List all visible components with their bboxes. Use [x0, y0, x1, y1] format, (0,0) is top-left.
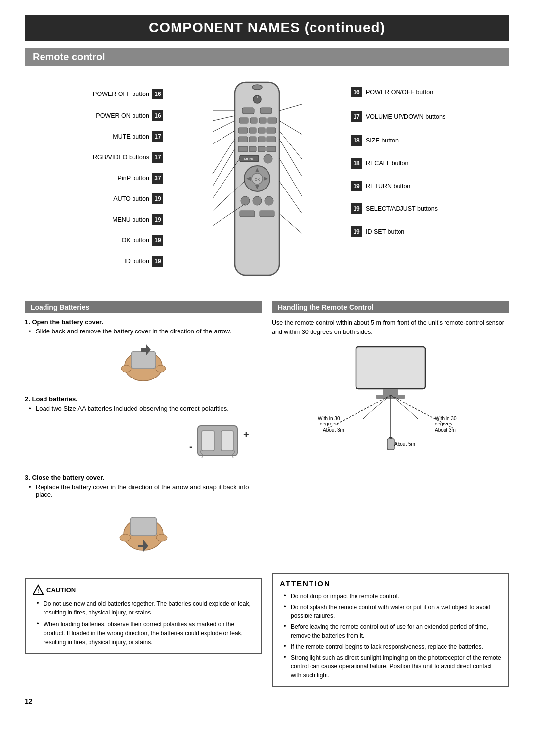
attention-bullet-1: • Do not splash the remote control with … [280, 603, 501, 620]
attention-box: ATTENTION • Do not drop or impact the re… [272, 573, 509, 687]
label-rgb-text: RGB/VIDEO buttons [93, 154, 149, 161]
label-mute: MUTE button 17 [25, 131, 163, 142]
label-auto-text: AUTO button [113, 195, 149, 202]
svg-line-51 [279, 181, 302, 213]
step2-diagram: + - [25, 416, 262, 467]
att-bullet-3-text: If the remote control begins to lack res… [291, 642, 483, 651]
badge-select: 19 [351, 203, 362, 214]
label-menu-text: MENU button [112, 216, 149, 223]
caution-triangle-icon: ! [33, 584, 44, 595]
step2-bullet-text: Load two Size AA batteries included obse… [36, 405, 229, 412]
step1-svg [111, 339, 176, 388]
badge-id: 19 [152, 256, 163, 267]
remote-diagram: POWER OFF button 16 POWER ON button 16 M… [25, 75, 509, 287]
caution-box: ! CAUTION • Do not use new and old batte… [25, 578, 262, 654]
svg-rect-63 [130, 517, 157, 536]
svg-line-42 [213, 149, 235, 186]
svg-rect-36 [260, 211, 274, 217]
attention-bullet-0: • Do not drop or impact the remote contr… [280, 592, 501, 601]
label-menu: MENU button 19 [25, 214, 163, 225]
svg-rect-10 [238, 128, 248, 133]
label-pinp: PinP button 37 [25, 173, 163, 184]
handling-title: Handling the Remote Control [272, 301, 509, 313]
page-container: COMPONENT NAMES (continued) Remote contr… [0, 0, 534, 756]
remote-image-container: MENU OK [203, 75, 312, 287]
svg-rect-20 [258, 146, 265, 152]
label-return-text: RETURN button [366, 183, 410, 189]
step1-bullet: • Slide back and remove the battery cove… [25, 328, 262, 335]
svg-rect-67 [383, 389, 398, 395]
label-id-text: ID button [124, 258, 149, 265]
step3-block: 3. Close the battery cover. • Replace th… [25, 474, 262, 557]
loading-batteries-col: Loading Batteries 1. Open the battery co… [25, 301, 262, 564]
svg-rect-4 [242, 108, 254, 114]
svg-point-64 [120, 534, 131, 541]
svg-text:With in 30: With in 30 [318, 416, 340, 421]
attention-col: ATTENTION • Do not drop or impact the re… [272, 573, 509, 687]
label-size-text: SIZE button [366, 137, 399, 144]
badge-return: 19 [351, 181, 362, 191]
step1-bullet-text: Slide back and remove the battery cover … [36, 328, 231, 335]
label-power-on-text: POWER ON button [96, 112, 149, 119]
label-ok: OK button 19 [25, 235, 163, 246]
caution-bullet-0: • Do not use new and old batteries toget… [33, 599, 254, 617]
svg-text:+: + [243, 429, 249, 440]
label-id-set-text: ID SET button [366, 228, 404, 235]
remote-right-labels: 16 POWER ON/OFF button 17 VOLUME UP/DOWN… [351, 75, 509, 287]
label-rgb: RGB/VIDEO buttons 17 [25, 152, 163, 163]
step2-svg: + - [183, 416, 252, 466]
svg-text:degrees: degrees [320, 421, 338, 426]
svg-rect-8 [259, 118, 266, 123]
svg-rect-54 [131, 351, 156, 369]
label-volume: 17 VOLUME UP/DOWN buttons [351, 111, 509, 122]
svg-rect-15 [249, 137, 256, 142]
label-recall: 18 RECALL button [351, 158, 509, 169]
badge-rgb: 17 [152, 152, 163, 163]
handling-description: Use the remote control within about 5 m … [272, 318, 509, 337]
label-power-off-text: POWER OFF button [93, 91, 149, 97]
badge-recall: 18 [351, 158, 362, 169]
svg-text:degrees: degrees [435, 421, 452, 426]
attention-bullet-3: • If the remote control begins to lack r… [280, 642, 501, 651]
svg-text:!: ! [37, 588, 39, 594]
svg-rect-5 [260, 108, 272, 114]
step2-bullet: • Load two Size AA batteries included ob… [25, 405, 262, 412]
svg-line-39 [213, 121, 235, 132]
label-auto: AUTO button 19 [25, 193, 163, 204]
caution-bullet-0-text: Do not use new and old batteries togethe… [44, 599, 254, 617]
svg-point-24 [264, 154, 272, 163]
label-id-set: 19 ID SET button [351, 226, 509, 237]
svg-rect-18 [238, 146, 248, 152]
svg-rect-14 [238, 137, 248, 142]
badge-size: 18 [351, 135, 362, 146]
badge-menu: 19 [152, 214, 163, 225]
svg-line-46 [279, 104, 302, 111]
badge-ok: 19 [152, 235, 163, 246]
svg-rect-21 [267, 146, 276, 152]
svg-rect-59 [221, 431, 233, 451]
label-pinp-text: PinP button [118, 175, 149, 182]
svg-point-1 [252, 85, 262, 90]
step1-block: 1. Open the battery cover. • Slide back … [25, 318, 262, 388]
step2-title: 2. Load batteries. [25, 395, 262, 403]
step2-block: 2. Load batteries. • Load two Size AA ba… [25, 395, 262, 467]
handling-diagram: With in 30 degrees About 3m With in 30 d… [272, 342, 509, 451]
step1-diagram [25, 339, 262, 388]
svg-text:MENU: MENU [244, 157, 255, 161]
main-title: COMPONENT NAMES (continued) [25, 15, 509, 41]
step3-bullet-text: Replace the battery cover in the directi… [36, 483, 262, 498]
svg-line-50 [279, 158, 302, 196]
label-select-adjust: 19 SELECT/ADJUST buttons [351, 203, 509, 214]
svg-rect-17 [267, 137, 276, 142]
step1-title: 1. Open the battery cover. [25, 318, 262, 326]
step3-diagram [25, 502, 262, 557]
badge-power-onoff: 16 [351, 87, 362, 97]
svg-rect-73 [387, 439, 394, 450]
svg-text:About 3m: About 3m [435, 427, 456, 433]
caution-label: CAUTION [46, 586, 76, 594]
svg-text:About 5m: About 5m [394, 441, 415, 447]
step3-bullet: • Replace the battery cover in the direc… [25, 483, 262, 498]
svg-rect-35 [240, 211, 255, 217]
caution-bullet-1-text: When loading batteries, observe their co… [44, 620, 254, 647]
step3-title: 3. Close the battery cover. [25, 474, 262, 481]
